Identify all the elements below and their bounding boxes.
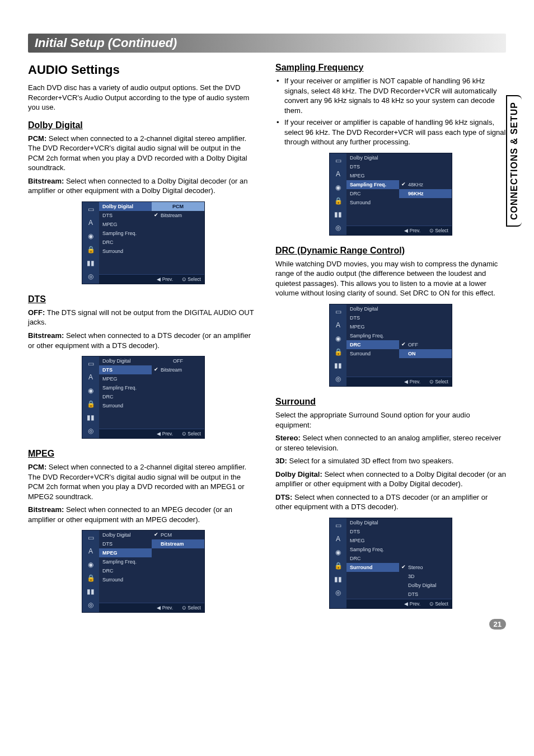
menu-item[interactable]: DTS [346,313,399,322]
check-icon: ✔ [154,532,158,537]
menu-item[interactable]: MPEG [99,220,152,229]
page-number: 21 [489,619,506,630]
option-bitstream[interactable]: ✔Bitstream [152,211,204,220]
language-icon: A [85,372,97,382]
dts-heading: DTS [28,294,259,304]
dts-off-para: OFF: The DTS signal will not be output f… [28,308,259,327]
option-bitstream[interactable]: Bitstream [152,539,204,548]
check-icon: ✔ [401,341,406,347]
surround-3d-text: Select for a simulated 3D effect from tw… [287,457,453,465]
option-dolby[interactable]: Dolby Digital [399,581,452,590]
surround-menu: ▭ A ◉ 🔒 ▮▮ ◎ Dolby Digital DTS MPEG Samp… [329,518,452,609]
menu-item[interactable]: DTS [99,539,152,548]
menu-item[interactable]: DRC [346,554,399,563]
menu-item[interactable]: Sampling Freq. [346,545,399,554]
main-heading: AUDIO Settings [28,63,259,77]
menu-item[interactable]: DRC [99,566,152,575]
sampling-bullet-1: If your receiver or amplifier is NOT cap… [275,76,506,115]
audio-icon: ◉ [332,182,344,192]
menu-item[interactable]: DTS [346,162,399,171]
footer-prev[interactable]: ◀ Prev. [403,379,420,384]
menu-item[interactable]: Sampling Freq. [346,331,399,340]
mpeg-bit-para: Bitstream: Select when connected to an M… [28,505,259,524]
menu-item[interactable]: Surround [346,349,399,358]
footer-select[interactable]: ⊙ Select [428,601,448,607]
footer-select[interactable]: ⊙ Select [181,431,201,436]
menu-item[interactable]: MPEG [99,374,152,383]
section-header: Initial Setup (Continued) [28,34,506,53]
menu-item[interactable]: Dolby Digital [99,202,152,211]
menu-item[interactable]: MPEG [346,322,399,331]
menu-item[interactable]: Surround [346,563,399,572]
tv-icon: ▭ [332,307,344,317]
menu-item[interactable]: MPEG [346,536,399,545]
menu-item[interactable]: Sampling Freq. [99,229,152,238]
footer-select[interactable]: ⊙ Select [428,379,448,384]
right-column: Sampling Frequency If your receiver or a… [275,63,506,623]
menu-item[interactable]: Surround [99,247,152,256]
mpeg-bit-label: Bitstream: [28,505,64,514]
menu-item[interactable]: Surround [346,198,399,207]
surround-dd-label: Dolby Digital: [275,470,322,478]
dolby-pcm-para: PCM: Select when connected to a 2-channe… [28,134,259,173]
tv-icon: ▭ [332,156,344,166]
option-96khz[interactable]: 96KHz [399,189,452,198]
surround-heading: Surround [275,397,506,407]
menu-item[interactable]: DTS [99,365,152,374]
footer-prev[interactable]: ◀ Prev. [156,276,173,282]
option-off[interactable]: OFF [152,356,204,365]
menu-item[interactable]: Dolby Digital [99,530,152,539]
lock-icon: 🔒 [332,561,344,571]
option-drc-off[interactable]: ✔OFF [399,340,452,349]
footer-prev[interactable]: ◀ Prev. [403,228,420,233]
option-48khz[interactable]: ✔48KHz [399,180,452,189]
menu-item[interactable]: Surround [99,575,152,584]
option-3d[interactable]: 3D [399,572,452,581]
option-drc-on[interactable]: ON [399,349,452,358]
drc-menu: ▭ A ◉ 🔒 ▮▮ ◎ Dolby Digital DTS MPEG Samp… [329,304,452,387]
surround-dts-para: DTS: Select when connected to a DTS deco… [275,492,506,512]
menu-item[interactable]: MPEG [99,548,152,557]
menu-item[interactable]: DTS [99,211,152,220]
footer-prev[interactable]: ◀ Prev. [403,601,420,607]
menu-item[interactable]: DRC [346,189,399,198]
menu-item[interactable]: Sampling Freq. [99,557,152,566]
dts-off-text: The DTS signal will not be output from t… [28,308,254,327]
menu-item[interactable]: Surround [99,401,152,410]
disc-icon: ◎ [332,223,344,233]
option-stereo[interactable]: ✔Stereo [399,563,452,572]
menu-item[interactable]: DRC [346,340,399,349]
check-icon: ✔ [154,212,158,218]
tv-icon: ▭ [85,204,97,214]
audio-icon: ◉ [85,386,97,396]
option-dts[interactable]: DTS [399,590,452,599]
language-icon: A [85,546,97,556]
dts-menu: ▭ A ◉ 🔒 ▮▮ ◎ Dolby Digital DTS MPEG Samp… [82,356,205,439]
dts-off-label: OFF: [28,308,45,317]
menu-item[interactable]: Sampling Freq. [346,180,399,189]
option-bitstream[interactable]: ✔Bitstream [152,365,204,374]
footer-prev[interactable]: ◀ Prev. [156,431,173,436]
menu-item[interactable]: Dolby Digital [346,153,399,162]
lock-icon: 🔒 [332,347,344,357]
menu-item[interactable]: Sampling Freq. [99,383,152,392]
lock-icon: 🔒 [85,245,97,255]
footer-select[interactable]: ⊙ Select [428,228,448,233]
audio-icon: ◉ [85,231,97,241]
menu-item[interactable]: DRC [99,392,152,401]
menu-item[interactable]: Dolby Digital [99,356,152,365]
footer-prev[interactable]: ◀ Prev. [156,605,173,611]
menu-item[interactable]: DRC [99,238,152,247]
footer-select[interactable]: ⊙ Select [181,605,201,611]
footer-select[interactable]: ⊙ Select [181,276,201,282]
sampling-bullet-2: If your receiver or amplifier is capable… [275,118,506,147]
surround-stereo-para: Stereo: Select when connected to an anal… [275,433,506,453]
menu-item[interactable]: Dolby Digital [346,518,399,527]
disc-icon: ◎ [85,426,97,436]
sampling-menu: ▭ A ◉ 🔒 ▮▮ ◎ Dolby Digital DTS MPEG Samp… [329,153,452,236]
intro-text: Each DVD disc has a variety of audio out… [28,83,259,112]
option-pcm[interactable]: ✔PCM [152,530,204,539]
menu-item[interactable]: MPEG [346,171,399,180]
menu-item[interactable]: DTS [346,527,399,536]
menu-item[interactable]: Dolby Digital [346,304,399,313]
